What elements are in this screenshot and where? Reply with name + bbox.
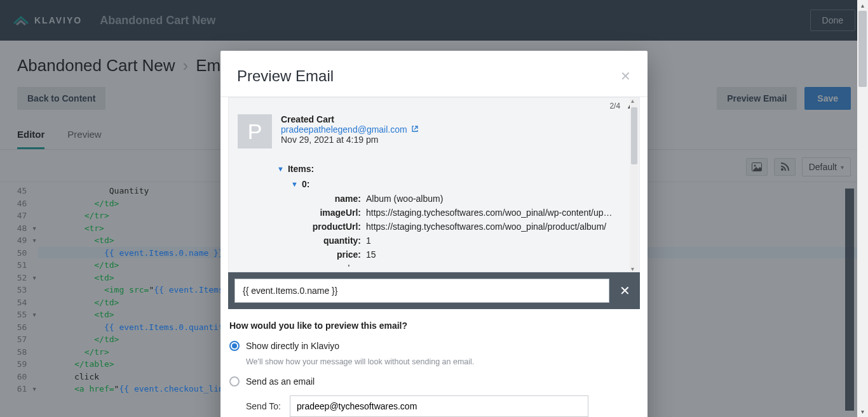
tree-value: woo-album bbox=[366, 263, 409, 265]
code-line[interactable]: {{ event.Items.0.name }} bbox=[44, 247, 233, 260]
expression-input[interactable] bbox=[234, 279, 609, 303]
panel-scroll-thumb[interactable] bbox=[631, 107, 637, 164]
tree-property-row[interactable]: sku:woo-album bbox=[277, 261, 639, 267]
preview-question: How would you like to preview this email… bbox=[229, 321, 639, 331]
preview-options: How would you like to preview this email… bbox=[220, 309, 648, 417]
code-line[interactable]: <img src="{{ event.Items.0 bbox=[44, 284, 233, 296]
preview-email-modal: Preview Email ✕ 2/4 ▲ P Created Cart pra… bbox=[220, 51, 648, 417]
tree-key: quantity: bbox=[308, 235, 361, 246]
tree-key: sku: bbox=[308, 263, 361, 265]
modal-header: Preview Email ✕ bbox=[220, 51, 648, 97]
send-to-input[interactable] bbox=[290, 395, 588, 417]
send-to-label: Send To: bbox=[246, 401, 281, 411]
radio-icon bbox=[229, 341, 240, 351]
tree-property-row[interactable]: quantity:1 bbox=[277, 234, 639, 248]
event-pager: 2/4 ▲ bbox=[229, 98, 639, 110]
modal-title: Preview Email bbox=[237, 67, 334, 85]
avatar: P bbox=[238, 114, 272, 149]
scroll-down-icon[interactable]: ▾ bbox=[857, 406, 868, 417]
external-link-icon bbox=[411, 125, 419, 135]
tree-value: Album (woo-album) bbox=[366, 194, 443, 204]
event-email-text: pradeepathelegend@gmail.com bbox=[281, 124, 407, 135]
close-icon[interactable]: ✕ bbox=[620, 69, 631, 84]
tree-index-label: 0: bbox=[302, 179, 309, 189]
tree-key: name: bbox=[308, 194, 361, 204]
tree-value: https://staging.tychesoftwares.com/woo_p… bbox=[366, 222, 606, 232]
event-data-tree: ▼Items: ▼0: name:Album (woo-album)imageU… bbox=[229, 157, 639, 272]
tree-toggle-icon[interactable]: ▼ bbox=[277, 165, 284, 173]
send-to-row: Send To: bbox=[246, 395, 639, 417]
radio-send-label: Send as an email bbox=[246, 376, 315, 387]
scroll-up-icon[interactable]: ▴ bbox=[857, 0, 868, 11]
event-date: Nov 29, 2021 at 4:19 pm bbox=[281, 135, 419, 145]
expression-bar: ✕ bbox=[228, 272, 640, 309]
tree-value: 15 bbox=[366, 249, 376, 260]
tree-property-row[interactable]: imageUrl:https://staging.tychesoftwares.… bbox=[277, 206, 639, 220]
event-preview-panel: 2/4 ▲ P Created Cart pradeepathelegend@g… bbox=[228, 97, 640, 272]
expression-clear-icon[interactable]: ✕ bbox=[616, 283, 634, 298]
tree-value: https://staging.tychesoftwares.com/woo_p… bbox=[366, 208, 614, 218]
event-counter: 2/4 bbox=[609, 102, 620, 110]
scroll-thumb[interactable] bbox=[858, 11, 867, 87]
event-name: Created Cart bbox=[281, 114, 419, 124]
radio-show-label: Show directly in Klaviyo bbox=[246, 341, 339, 351]
tree-property-row[interactable]: price:15 bbox=[277, 248, 639, 261]
code-line[interactable]: <a href="{{ event.checkout_link bbox=[44, 383, 233, 395]
tree-items-label: Items: bbox=[288, 164, 314, 174]
show-directly-note: We'll show how your message will look wi… bbox=[246, 357, 639, 366]
tree-key: imageUrl: bbox=[308, 208, 361, 218]
tree-property-row[interactable]: productUrl:https://staging.tychesoftware… bbox=[277, 220, 639, 234]
radio-show-directly[interactable]: Show directly in Klaviyo bbox=[229, 338, 639, 354]
tree-key: productUrl: bbox=[308, 222, 361, 232]
panel-scrollbar[interactable] bbox=[630, 98, 639, 271]
event-info: Created Cart pradeepathelegend@gmail.com… bbox=[281, 114, 419, 149]
tree-toggle-icon[interactable]: ▼ bbox=[291, 180, 298, 188]
event-email-link[interactable]: pradeepathelegend@gmail.com bbox=[281, 124, 419, 135]
tree-property-row[interactable]: name:Album (woo-album) bbox=[277, 192, 639, 206]
radio-send-email[interactable]: Send as an email bbox=[229, 374, 639, 389]
tree-key: price: bbox=[308, 249, 361, 260]
tree-value: 1 bbox=[366, 235, 371, 246]
code-line[interactable]: {{ event.Items.0.quantity bbox=[44, 321, 233, 334]
window-scrollbar[interactable]: ▴ ▾ bbox=[857, 0, 868, 417]
radio-icon bbox=[229, 376, 240, 387]
